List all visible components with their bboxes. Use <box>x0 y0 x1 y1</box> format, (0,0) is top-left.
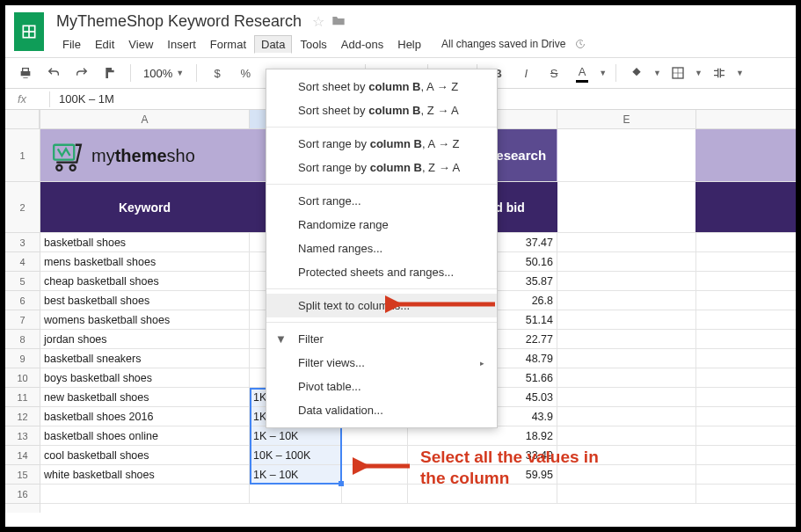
cell[interactable] <box>342 426 408 445</box>
menu-sort-sheet-az[interactable]: Sort sheet by column B, A → Z <box>266 75 497 98</box>
menu-randomize[interactable]: Randomize range <box>266 213 497 237</box>
cell[interactable] <box>557 252 696 271</box>
row-header[interactable]: 12 <box>5 407 40 426</box>
menu-view[interactable]: View <box>122 36 159 53</box>
cell[interactable] <box>557 233 696 251</box>
cell[interactable]: basketball shoes <box>40 233 250 251</box>
cell[interactable]: white basketball shoes <box>40 465 250 484</box>
menu-tools[interactable]: Tools <box>294 36 332 53</box>
redo-icon[interactable] <box>70 62 93 84</box>
cell[interactable] <box>557 465 696 484</box>
row-header[interactable]: 13 <box>5 426 40 446</box>
cell[interactable]: cool basketball shoes <box>40 446 250 464</box>
cell[interactable]: womens basketball shoes <box>40 310 250 329</box>
row-header[interactable]: 2 <box>5 182 40 233</box>
cell[interactable] <box>557 349 696 368</box>
cell[interactable]: 10K – 100K <box>250 446 342 464</box>
text-color-button[interactable]: A <box>571 62 593 84</box>
cell[interactable] <box>408 485 557 503</box>
cell[interactable] <box>557 330 696 348</box>
cell[interactable] <box>342 446 408 464</box>
cell[interactable] <box>557 426 696 445</box>
cell[interactable]: 1K – 10K <box>250 426 342 445</box>
menu-filter[interactable]: ▼Filter <box>266 327 497 351</box>
menu-split-text-to-columns[interactable]: Split text to columns... <box>266 294 497 317</box>
cell[interactable] <box>557 368 696 387</box>
menu-insert[interactable]: Insert <box>161 36 202 53</box>
cell[interactable] <box>557 407 696 426</box>
menu-named-ranges[interactable]: Named ranges... <box>266 237 497 260</box>
zoom-select[interactable]: 100%▼ <box>140 67 187 80</box>
cell[interactable] <box>342 465 408 484</box>
row-header[interactable]: 4 <box>5 252 40 272</box>
cell[interactable] <box>250 485 342 503</box>
folder-icon[interactable] <box>331 14 346 30</box>
cell[interactable] <box>557 388 696 406</box>
cell[interactable] <box>557 485 696 503</box>
menu-pivot-table[interactable]: Pivot table... <box>266 375 497 398</box>
fill-caret[interactable]: ▼ <box>653 69 661 77</box>
menu-sort-range-az[interactable]: Sort range by column B, A → Z <box>266 132 497 156</box>
borders-caret[interactable]: ▼ <box>695 69 703 77</box>
borders-button[interactable] <box>666 62 689 84</box>
cell[interactable]: basketball shoes online <box>40 426 250 445</box>
menu-format[interactable]: Format <box>204 36 252 53</box>
cell[interactable]: jordan shoes <box>40 330 250 348</box>
cell[interactable]: 1K – 10K <box>250 465 342 484</box>
row-header[interactable]: 8 <box>5 330 40 349</box>
menu-addons[interactable]: Add-ons <box>335 36 390 53</box>
format-currency[interactable]: $ <box>206 62 229 84</box>
cell[interactable]: boys basketball shoes <box>40 368 250 387</box>
menu-sort-sheet-za[interactable]: Sort sheet by column B, Z → A <box>266 98 497 122</box>
cell[interactable] <box>342 485 408 503</box>
menu-edit[interactable]: Edit <box>89 36 120 53</box>
row-header[interactable]: 7 <box>5 310 40 330</box>
col-header-e[interactable]: E <box>557 110 696 128</box>
star-icon[interactable]: ☆ <box>312 13 324 30</box>
merge-caret[interactable]: ▼ <box>736 69 744 77</box>
row-header[interactable]: 16 <box>5 485 40 504</box>
merge-button[interactable] <box>708 62 731 84</box>
cell[interactable] <box>40 485 250 503</box>
doc-title[interactable]: MyThemeShop Keyword Research <box>56 12 302 31</box>
menu-data-validation[interactable]: Data validation... <box>266 398 497 422</box>
cell[interactable] <box>557 291 696 310</box>
col-header-a[interactable]: A <box>40 110 250 128</box>
cell[interactable] <box>557 446 696 464</box>
fill-color-button[interactable] <box>625 62 648 84</box>
row-header[interactable]: 1 <box>5 129 40 182</box>
text-color-caret[interactable]: ▼ <box>599 69 607 77</box>
cell[interactable]: cheap basketball shoes <box>40 272 250 290</box>
paint-format-icon[interactable] <box>98 62 121 84</box>
cell[interactable]: new basketball shoes <box>40 388 250 406</box>
menu-file[interactable]: File <box>56 36 87 53</box>
cell[interactable]: basketball sneakers <box>40 349 250 368</box>
cell[interactable]: basketball shoes 2016 <box>40 407 250 426</box>
menu-help[interactable]: Help <box>391 36 427 53</box>
row-header[interactable]: 10 <box>5 368 40 388</box>
menu-sort-range[interactable]: Sort range... <box>266 189 497 213</box>
sheets-logo[interactable] <box>14 12 44 51</box>
print-icon[interactable] <box>14 62 37 84</box>
cell[interactable] <box>557 272 696 290</box>
strikethrough-button[interactable]: S <box>542 62 565 84</box>
row-header[interactable]: 6 <box>5 291 40 310</box>
format-percent[interactable]: % <box>234 62 257 84</box>
menu-sort-range-za[interactable]: Sort range by column B, Z → A <box>266 156 497 179</box>
cell[interactable]: mens basketball shoes <box>40 252 250 271</box>
cell[interactable]: 18.92 <box>408 426 557 445</box>
row-header[interactable]: 11 <box>5 388 40 407</box>
row-header[interactable]: 9 <box>5 349 40 368</box>
italic-button[interactable]: I <box>514 62 537 84</box>
cell[interactable]: best basketball shoes <box>40 291 250 310</box>
menu-data[interactable]: Data <box>254 35 292 54</box>
row-header[interactable]: 5 <box>5 272 40 291</box>
row-header[interactable]: 14 <box>5 446 40 465</box>
menu-filter-views[interactable]: Filter views...▸ <box>266 351 497 375</box>
cell[interactable] <box>557 310 696 329</box>
cell[interactable]: 33.49 <box>408 446 557 464</box>
row-header[interactable]: 3 <box>5 233 40 252</box>
undo-icon[interactable] <box>42 62 65 84</box>
cell[interactable]: 59.95 <box>408 465 557 484</box>
menu-protected-sheets[interactable]: Protected sheets and ranges... <box>266 260 497 284</box>
